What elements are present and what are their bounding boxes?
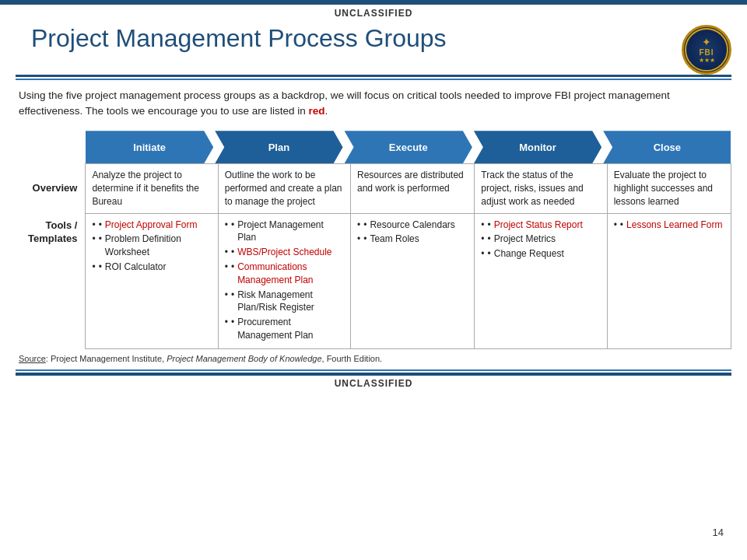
tool-item: • Project Management Plan: [225, 219, 344, 245]
tool-text: Team Roles: [370, 233, 419, 246]
fbi-seal-decoration: ✦: [702, 36, 711, 48]
tool-item: • Risk Management Plan/Risk Register: [225, 289, 344, 315]
tools-row: Tools / Templates • Project Approval For…: [16, 213, 731, 348]
chevron-plan: Plan: [215, 131, 342, 163]
tools-cell-execute: • Resource Calendars • Team Roles: [351, 213, 475, 348]
source-text2: , Fourth Edition.: [322, 354, 383, 363]
tools-cell-initiate: • Project Approval Form • Problem Defini…: [86, 213, 218, 348]
chevron-monitor: Monitor: [474, 131, 601, 163]
chevron-initiate-label: Initiate: [133, 142, 166, 153]
tool-text-red: WBS/Project Schedule: [237, 246, 331, 259]
fbi-logo-inner: ✦ FBI ★★★: [685, 28, 728, 72]
intro-before-red: Using the five project management proces…: [19, 89, 670, 117]
intro-text: Using the five project management proces…: [0, 80, 747, 126]
fbi-text: FBI: [699, 48, 714, 57]
overview-cell-monitor: Track the status of the project, risks, …: [475, 164, 607, 213]
page-number: 14: [713, 527, 724, 538]
tool-item: • Project Metrics: [481, 233, 600, 246]
header-row: Initiate Plan Execute Monitor Close: [16, 131, 731, 164]
tool-item: • Project Approval Form: [92, 219, 211, 232]
chevron-plan-label: Plan: [268, 142, 289, 153]
process-table: Initiate Plan Execute Monitor Close: [16, 131, 731, 349]
divider-bottom2: [16, 369, 731, 371]
source-line: Source: Project Management Institute, Pr…: [0, 349, 747, 368]
intro-after-red: .: [325, 105, 328, 117]
tool-text: Problem Definition Worksheet: [105, 233, 212, 259]
tool-text-red: Communications Management Plan: [237, 261, 344, 287]
classification-top: UNCLASSIFIED: [0, 5, 747, 20]
classification-bottom: UNCLASSIFIED: [0, 376, 747, 390]
tool-text: Project Management Plan: [237, 219, 344, 245]
tool-item: • Project Status Report: [481, 219, 600, 232]
overview-cell-initiate: Analyze the project to determine if it b…: [86, 164, 218, 213]
divider-top: [16, 75, 731, 77]
tool-text: Project Metrics: [494, 233, 556, 246]
tool-text: Change Request: [494, 247, 564, 261]
page-title: Project Management Process Groups: [16, 23, 462, 55]
tool-item: • WBS/Project Schedule: [225, 246, 344, 259]
tool-item: • Resource Calendars: [357, 219, 468, 232]
tools-cell-monitor: • Project Status Report • Project Metric…: [475, 213, 607, 348]
tool-text-red: Lessons Learned Form: [626, 219, 722, 232]
chevron-close-label: Close: [654, 142, 681, 153]
overview-row: Overview Analyze the project to determin…: [16, 164, 731, 213]
chevron-execute-label: Execute: [389, 142, 428, 153]
tools-cell-plan: • Project Management Plan • WBS/Project …: [218, 213, 350, 348]
title-area: Project Management Process Groups: [16, 23, 462, 55]
chevron-close: Close: [603, 131, 731, 163]
tool-item: • Lessons Learned Form: [614, 219, 724, 232]
header-spacer: [16, 131, 86, 164]
tools-cell-close: • Lessons Learned Form: [607, 213, 731, 348]
tool-text: Resource Calendars: [370, 219, 454, 232]
tool-item: • Procurement Management Plan: [225, 316, 344, 342]
overview-label: Overview: [16, 164, 86, 213]
main-content: Initiate Plan Execute Monitor Close: [0, 131, 747, 349]
tools-label: Tools / Templates: [16, 213, 86, 348]
tool-item: • Problem Definition Worksheet: [92, 233, 211, 259]
overview-cell-close: Evaluate the project to highlight succes…: [607, 164, 731, 213]
tool-item: • Communications Management Plan: [225, 261, 344, 287]
tool-text-red: Project Approval Form: [105, 219, 198, 232]
fbi-logo-area: ✦ FBI ★★★: [682, 25, 731, 75]
tool-item: • Team Roles: [357, 233, 468, 246]
tool-item: • ROI Calculator: [92, 261, 211, 274]
tool-text: Risk Management Plan/Risk Register: [237, 289, 344, 315]
chevron-monitor-label: Monitor: [519, 142, 556, 153]
chevron-execute: Execute: [345, 131, 472, 163]
source-italic: Project Management Body of Knowledge: [167, 354, 321, 363]
source-label: Source: [19, 354, 46, 363]
overview-cell-plan: Outline the work to be performed and cre…: [218, 164, 350, 213]
tool-text-red: Project Status Report: [494, 219, 583, 232]
tool-text: ROI Calculator: [105, 261, 167, 274]
fbi-logo: ✦ FBI ★★★: [682, 25, 731, 75]
overview-cell-execute: Resources are distributed and work is pe…: [351, 164, 475, 213]
tool-item: • Change Request: [481, 247, 600, 261]
chevron-initiate: Initiate: [86, 131, 213, 163]
header-band: Project Management Process Groups ✦ FBI …: [0, 20, 747, 75]
chevron-wrapper: Initiate Plan Execute Monitor Close: [86, 131, 731, 163]
intro-red-word: red: [308, 105, 324, 117]
tool-text: Procurement Management Plan: [237, 316, 344, 342]
source-text: : Project Management Institute,: [46, 354, 167, 363]
fbi-seal-decoration2: ★★★: [699, 57, 715, 64]
chevron-row-cell: Initiate Plan Execute Monitor Close: [86, 131, 731, 164]
